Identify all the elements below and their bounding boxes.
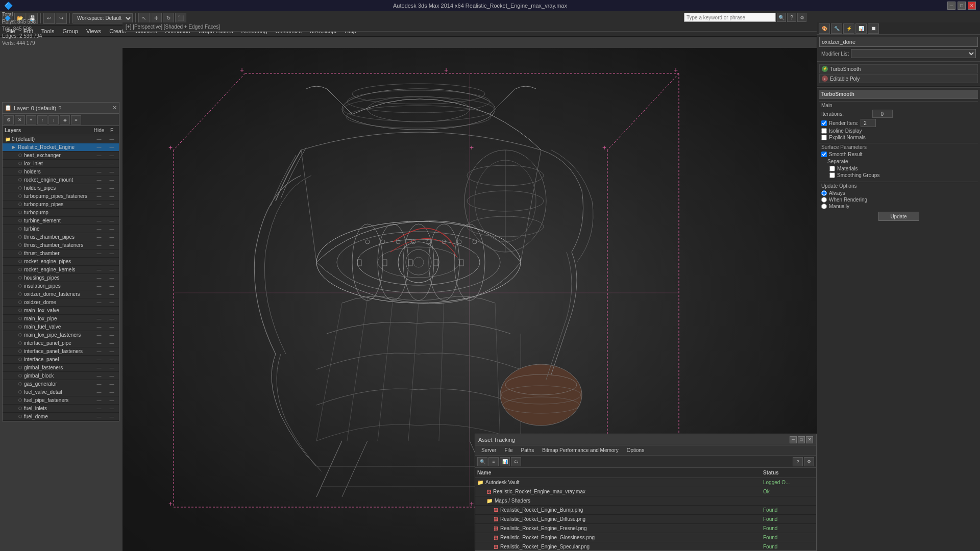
layers-add-button[interactable]: + bbox=[26, 115, 36, 124]
modifier-editable-poly[interactable]: ▪ Editable Poly bbox=[819, 74, 978, 83]
layer-hide-toggle[interactable]: — bbox=[91, 316, 107, 321]
minimize-button[interactable]: ─ bbox=[947, 2, 955, 10]
asset-menu-options[interactable]: Options bbox=[623, 446, 648, 454]
layer-freeze-toggle[interactable]: — bbox=[107, 194, 117, 199]
menu-item-views[interactable]: Views bbox=[82, 27, 105, 35]
layer-hide-toggle[interactable]: — bbox=[91, 357, 107, 362]
layer-item[interactable]: ⬡interface_panel_fasteners—— bbox=[3, 347, 119, 356]
asset-row[interactable]: 📁Autodesk VaultLogged O... bbox=[475, 478, 816, 487]
layer-freeze-toggle[interactable]: — bbox=[107, 169, 117, 174]
redo-button[interactable]: ↪ bbox=[56, 13, 67, 24]
asset-row[interactable]: 📁Maps / Shaders bbox=[475, 496, 816, 506]
asset-close-button[interactable]: ✕ bbox=[806, 436, 813, 443]
asset-btn-2[interactable]: ≡ bbox=[488, 457, 499, 466]
layer-hide-toggle[interactable]: — bbox=[91, 186, 107, 191]
undo-button[interactable]: ↩ bbox=[43, 13, 55, 24]
materials-checkbox[interactable] bbox=[829, 166, 835, 171]
layer-item[interactable]: ⬡fuel_pipe_fasteners—— bbox=[3, 396, 119, 405]
layer-hide-toggle[interactable]: — bbox=[91, 414, 107, 419]
layer-hide-toggle[interactable]: — bbox=[91, 251, 107, 256]
asset-minimize-button[interactable]: ─ bbox=[790, 436, 797, 443]
layer-item[interactable]: ⬡gimbal_fasteners—— bbox=[3, 364, 119, 372]
layers-select-button[interactable]: ◈ bbox=[60, 115, 70, 124]
layer-item[interactable]: ⬡thrust_chamber_pipes—— bbox=[3, 233, 119, 241]
col-hide-label[interactable]: Hide bbox=[91, 128, 107, 133]
layer-freeze-toggle[interactable]: — bbox=[107, 243, 117, 248]
layer-freeze-toggle[interactable]: — bbox=[107, 414, 117, 419]
layer-freeze-toggle[interactable]: — bbox=[107, 218, 117, 223]
asset-settings-button[interactable]: ⚙ bbox=[804, 457, 814, 466]
layer-item[interactable]: ⬡main_lox_pipe—— bbox=[3, 315, 119, 323]
ri-btn-1[interactable]: 🎨 bbox=[819, 23, 830, 34]
layer-freeze-toggle[interactable]: — bbox=[107, 267, 117, 272]
layer-hide-toggle[interactable]: — bbox=[91, 169, 107, 174]
layer-hide-toggle[interactable]: — bbox=[91, 210, 107, 215]
layer-item[interactable]: ⬡insulation_pipes—— bbox=[3, 282, 119, 290]
asset-row[interactable]: 🖼Realistic_Rocket_Engine_Glossiness.pngF… bbox=[475, 533, 816, 542]
layer-item[interactable]: ⬡interface_panel—— bbox=[3, 356, 119, 364]
layer-freeze-toggle[interactable]: — bbox=[107, 227, 117, 232]
layer-hide-toggle[interactable]: — bbox=[91, 365, 107, 370]
layer-freeze-toggle[interactable]: — bbox=[107, 341, 117, 346]
workspace-dropdown[interactable]: Workspace: Default bbox=[72, 13, 133, 23]
layer-freeze-toggle[interactable]: — bbox=[107, 308, 117, 313]
turbosmooth-header[interactable]: TurboSmooth bbox=[819, 90, 978, 99]
layers-settings-button[interactable]: ⚙ bbox=[4, 115, 14, 124]
layer-hide-toggle[interactable]: — bbox=[91, 218, 107, 223]
layer-freeze-toggle[interactable]: — bbox=[107, 406, 117, 411]
layers-delete-button[interactable]: ✕ bbox=[15, 115, 25, 124]
layer-item[interactable]: ⬡rocket_engine_kernels—— bbox=[3, 266, 119, 274]
layer-item[interactable]: ⬡lox_inlet—— bbox=[3, 160, 119, 168]
layer-item[interactable]: ⬡gimbal_block—— bbox=[3, 372, 119, 380]
layer-item[interactable]: ⬡turbopump_pipes_fasteners—— bbox=[3, 192, 119, 201]
asset-row[interactable]: 🖼Realistic_Rocket_Engine_Specular.pngFou… bbox=[475, 542, 816, 551]
layer-item[interactable]: ⬡turbine—— bbox=[3, 225, 119, 233]
layer-freeze-toggle[interactable]: — bbox=[107, 145, 117, 150]
asset-row[interactable]: 🖼Realistic_Rocket_Engine_Bump.pngFound bbox=[475, 506, 816, 515]
layer-item[interactable]: ⬡turbine_element—— bbox=[3, 217, 119, 225]
layer-hide-toggle[interactable]: — bbox=[91, 276, 107, 281]
layer-freeze-toggle[interactable]: — bbox=[107, 276, 117, 281]
layer-freeze-toggle[interactable]: — bbox=[107, 284, 117, 289]
layer-freeze-toggle[interactable]: — bbox=[107, 251, 117, 256]
ri-btn-5[interactable]: 🔲 bbox=[868, 23, 879, 34]
layers-help[interactable]: ? bbox=[58, 105, 61, 111]
layer-item[interactable]: ⬡thrust_chamber—— bbox=[3, 249, 119, 258]
search-button[interactable]: 🔍 bbox=[777, 13, 786, 22]
layer-item[interactable]: 📁0 (default)—— bbox=[3, 135, 119, 143]
layer-item[interactable]: ⬡holders—— bbox=[3, 168, 119, 176]
layer-hide-toggle[interactable]: — bbox=[91, 259, 107, 264]
when-rendering-radio[interactable] bbox=[821, 197, 827, 203]
layer-hide-toggle[interactable]: — bbox=[91, 202, 107, 207]
layer-freeze-toggle[interactable]: — bbox=[107, 161, 117, 166]
layer-hide-toggle[interactable]: — bbox=[91, 145, 107, 150]
manually-radio[interactable] bbox=[821, 204, 827, 209]
layers-move-up-button[interactable]: ↑ bbox=[37, 115, 47, 124]
asset-btn-3[interactable]: 📊 bbox=[500, 457, 510, 466]
object-name-input[interactable] bbox=[819, 37, 978, 47]
layer-hide-toggle[interactable]: — bbox=[91, 300, 107, 305]
layers-list[interactable]: 📁0 (default)——▶Realistic_Rocket_Engine——… bbox=[3, 135, 119, 421]
layer-freeze-toggle[interactable]: — bbox=[107, 365, 117, 370]
layer-freeze-toggle[interactable]: — bbox=[107, 235, 117, 240]
ri-btn-3[interactable]: ⚡ bbox=[843, 23, 854, 34]
render-iters-input[interactable] bbox=[861, 119, 876, 127]
layer-freeze-toggle[interactable]: — bbox=[107, 202, 117, 207]
asset-menu-bitmap-performance-and-memory[interactable]: Bitmap Performance and Memory bbox=[538, 446, 623, 454]
layer-hide-toggle[interactable]: — bbox=[91, 178, 107, 183]
asset-menu-paths[interactable]: Paths bbox=[517, 446, 538, 454]
layer-hide-toggle[interactable]: — bbox=[91, 349, 107, 354]
layer-freeze-toggle[interactable]: — bbox=[107, 259, 117, 264]
layer-hide-toggle[interactable]: — bbox=[91, 243, 107, 248]
search-input[interactable] bbox=[684, 13, 776, 22]
layer-freeze-toggle[interactable]: — bbox=[107, 349, 117, 354]
layer-hide-toggle[interactable]: — bbox=[91, 235, 107, 240]
asset-row[interactable]: 🖼Realistic_Rocket_Engine_Diffuse.pngFoun… bbox=[475, 515, 816, 524]
layer-freeze-toggle[interactable]: — bbox=[107, 373, 117, 379]
layer-freeze-toggle[interactable]: — bbox=[107, 324, 117, 330]
layer-hide-toggle[interactable]: — bbox=[91, 153, 107, 158]
settings-search-button[interactable]: ⚙ bbox=[797, 13, 806, 22]
layer-item[interactable]: ⬡rocket_engine_mount—— bbox=[3, 176, 119, 184]
render-iters-checkbox[interactable] bbox=[821, 120, 827, 126]
layer-item[interactable]: ⬡main_lox_valve—— bbox=[3, 307, 119, 315]
